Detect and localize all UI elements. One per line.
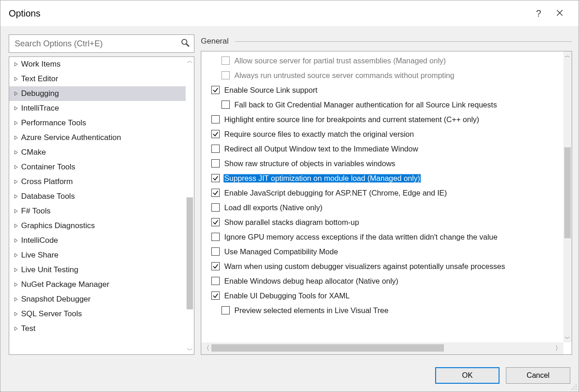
expand-icon[interactable] [13,223,19,229]
tree-item[interactable]: Live Share [9,248,186,263]
option-label: Ignore GPU memory access exceptions if t… [223,233,499,241]
option-row[interactable]: Ignore GPU memory access exceptions if t… [201,230,563,244]
scroll-left-icon[interactable]: 〈 [201,342,211,354]
option-label: Suppress JIT optimization on module load… [223,174,421,183]
option-label: Show parallel stacks diagram bottom-up [223,218,360,227]
tree-item[interactable]: Live Unit Testing [9,263,186,277]
scroll-thumb[interactable] [564,147,571,238]
option-row[interactable]: Enable JavaScript debugging for ASP.NET … [201,185,563,200]
expand-icon[interactable] [13,76,19,82]
option-row: Allow source server for partial trust as… [201,53,563,68]
tree-item[interactable]: Work Items [9,57,186,72]
expand-icon[interactable] [13,149,19,156]
svg-point-3 [576,386,577,387]
checkbox[interactable] [211,174,220,182]
option-row[interactable]: Enable UI Debugging Tools for XAML [201,288,563,303]
checkbox[interactable] [211,291,220,300]
option-row[interactable]: Preview selected elements in Live Visual… [201,303,563,318]
expand-icon[interactable] [13,296,19,302]
scroll-up-icon[interactable]: ︿ [186,57,194,65]
tree-item[interactable]: Azure Service Authentication [9,130,186,145]
tree-item[interactable]: Text Editor [9,72,186,86]
search-box[interactable] [9,34,194,53]
search-input[interactable] [14,39,189,49]
expand-icon[interactable] [13,164,19,170]
tree-item[interactable]: Debugging [9,86,186,101]
option-row[interactable]: Require source files to exactly match th… [201,127,563,141]
option-row[interactable]: Show parallel stacks diagram bottom-up [201,215,563,230]
tree-item[interactable]: Test [9,321,186,336]
category-tree[interactable]: Work ItemsText EditorDebuggingIntelliTra… [9,56,194,355]
checkbox[interactable] [211,86,220,94]
scroll-down-icon[interactable]: ﹀ [186,346,194,354]
panel-vscrollbar[interactable]: ︿ ﹀ [563,51,572,342]
expand-icon[interactable] [13,179,19,185]
expand-icon[interactable] [13,61,19,67]
scroll-right-icon[interactable]: 〉 [553,342,563,354]
option-row[interactable]: Fall back to Git Credential Manager auth… [201,97,563,112]
checkbox[interactable] [211,115,220,123]
expand-icon[interactable] [13,90,19,97]
resize-grip-icon[interactable] [571,384,577,390]
option-row[interactable]: Redirect all Output Window text to the I… [201,141,563,156]
close-button[interactable] [549,8,570,19]
tree-item[interactable]: Container Tools [9,160,186,174]
expand-icon[interactable] [13,267,19,273]
expand-icon[interactable] [13,208,19,214]
expand-icon[interactable] [13,252,19,258]
tree-item[interactable]: Cross Platform [9,174,186,189]
option-row[interactable]: Highlight entire source line for breakpo… [201,112,563,127]
scroll-up-icon[interactable]: ︿ [563,51,572,60]
option-row[interactable]: Load dll exports (Native only) [201,200,563,215]
checkbox[interactable] [211,189,220,197]
option-row[interactable]: Enable Source Link support [201,83,563,97]
checkbox[interactable] [211,247,220,256]
expand-icon[interactable] [13,134,19,141]
tree-item-label: Container Tools [21,162,75,172]
help-button[interactable]: ? [528,8,549,19]
tree-item[interactable]: Performance Tools [9,116,186,130]
expand-icon[interactable] [13,120,19,126]
checkbox[interactable] [211,130,220,138]
tree-item[interactable]: CMake [9,145,186,160]
tree-item[interactable]: Graphics Diagnostics [9,218,186,233]
expand-icon[interactable] [13,237,19,244]
option-row[interactable]: Warn when using custom debugger visualiz… [201,259,563,274]
tree-scrollbar[interactable]: ︿ ﹀ [186,57,194,354]
tree-item[interactable]: Snapshot Debugger [9,292,186,307]
tree-item[interactable]: F# Tools [9,204,186,218]
checkbox[interactable] [211,233,220,241]
checkbox[interactable] [221,101,230,109]
svg-point-6 [573,389,574,390]
expand-icon[interactable] [13,325,19,332]
checkbox[interactable] [211,218,220,226]
tree-item-label: CMake [21,148,46,157]
tree-item[interactable]: IntelliCode [9,233,186,248]
scroll-thumb[interactable] [211,344,444,352]
tree-item[interactable]: IntelliTrace [9,101,186,116]
search-icon [180,38,190,49]
tree-item[interactable]: NuGet Package Manager [9,277,186,292]
option-row[interactable]: Enable Windows debug heap allocator (Nat… [201,274,563,288]
checkbox[interactable] [211,203,220,212]
tree-item[interactable]: Database Tools [9,189,186,204]
checkbox[interactable] [211,262,220,270]
option-row[interactable]: Show raw structure of objects in variabl… [201,156,563,171]
checkbox[interactable] [221,306,230,314]
expand-icon[interactable] [13,281,19,288]
tree-item[interactable]: SQL Server Tools [9,307,186,321]
checkbox[interactable] [211,159,220,168]
ok-button[interactable]: OK [435,367,500,384]
expand-icon[interactable] [13,193,19,200]
expand-icon[interactable] [13,311,19,317]
scroll-down-icon[interactable]: ﹀ [563,334,572,342]
expand-icon[interactable] [13,105,19,112]
scroll-thumb[interactable] [187,197,193,310]
checkbox[interactable] [211,145,220,153]
panel-hscrollbar[interactable]: 〈 〉 [201,342,563,354]
option-row[interactable]: Suppress JIT optimization on module load… [201,171,563,185]
option-label: Warn when using custom debugger visualiz… [223,262,506,271]
option-row[interactable]: Use Managed Compatibility Mode [201,244,563,259]
cancel-button[interactable]: Cancel [506,367,570,384]
checkbox[interactable] [211,277,220,285]
